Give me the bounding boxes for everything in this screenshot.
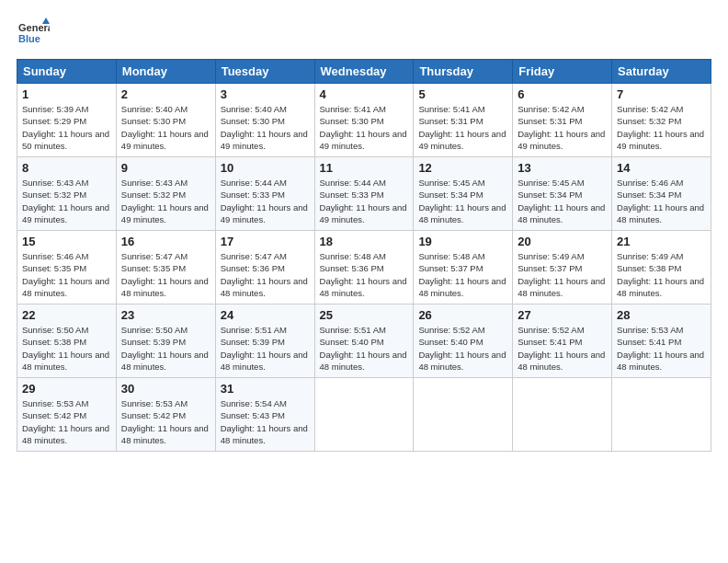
day-info: Sunrise: 5:40 AM Sunset: 5:30 PM Dayligh…	[121, 103, 210, 152]
day-number: 16	[121, 235, 210, 248]
header: General Blue	[17, 17, 711, 50]
calendar-cell: 13 Sunrise: 5:45 AM Sunset: 5:34 PM Dayl…	[513, 157, 612, 231]
svg-marker-2	[42, 17, 50, 24]
day-info: Sunrise: 5:43 AM Sunset: 5:32 PM Dayligh…	[121, 177, 210, 225]
calendar-cell: 6 Sunrise: 5:42 AM Sunset: 5:31 PM Dayli…	[513, 84, 612, 157]
day-number: 3	[221, 87, 310, 101]
calendar-cell	[414, 378, 513, 452]
day-info: Sunrise: 5:53 AM Sunset: 5:42 PM Dayligh…	[22, 397, 111, 446]
day-info: Sunrise: 5:52 AM Sunset: 5:40 PM Dayligh…	[418, 324, 507, 373]
day-number: 14	[617, 161, 706, 175]
calendar-cell	[513, 378, 612, 452]
day-number: 28	[617, 308, 706, 322]
calendar-cell: 23 Sunrise: 5:50 AM Sunset: 5:39 PM Dayl…	[116, 304, 215, 378]
calendar-cell: 8 Sunrise: 5:43 AM Sunset: 5:32 PM Dayli…	[17, 157, 117, 231]
day-number: 31	[221, 382, 310, 396]
calendar-cell: 3 Sunrise: 5:40 AM Sunset: 5:30 PM Dayli…	[215, 84, 314, 157]
calendar-cell: 11 Sunrise: 5:44 AM Sunset: 5:33 PM Dayl…	[314, 157, 414, 231]
day-number: 1	[22, 87, 111, 101]
day-info: Sunrise: 5:43 AM Sunset: 5:32 PM Dayligh…	[22, 177, 111, 225]
page: General Blue SundayMondayTuesdayWednesda…	[0, 0, 728, 563]
day-number: 13	[518, 161, 607, 175]
day-number: 21	[617, 235, 706, 248]
day-number: 6	[518, 87, 607, 101]
svg-text:Blue: Blue	[18, 33, 40, 44]
calendar-cell: 27 Sunrise: 5:52 AM Sunset: 5:41 PM Dayl…	[513, 304, 612, 378]
calendar-cell: 16 Sunrise: 5:47 AM Sunset: 5:35 PM Dayl…	[116, 231, 215, 304]
day-info: Sunrise: 5:41 AM Sunset: 5:30 PM Dayligh…	[320, 103, 409, 152]
logo-icon: General Blue	[17, 17, 50, 50]
calendar-cell: 15 Sunrise: 5:46 AM Sunset: 5:35 PM Dayl…	[17, 231, 117, 304]
day-number: 8	[22, 161, 111, 175]
calendar-table: SundayMondayTuesdayWednesdayThursdayFrid…	[17, 59, 711, 452]
calendar-cell: 7 Sunrise: 5:42 AM Sunset: 5:32 PM Dayli…	[612, 84, 711, 157]
day-info: Sunrise: 5:50 AM Sunset: 5:38 PM Dayligh…	[22, 324, 111, 373]
calendar-cell: 19 Sunrise: 5:48 AM Sunset: 5:37 PM Dayl…	[414, 231, 513, 304]
calendar-cell: 31 Sunrise: 5:54 AM Sunset: 5:43 PM Dayl…	[215, 378, 314, 452]
day-number: 23	[121, 308, 210, 322]
day-number: 10	[221, 161, 310, 175]
day-number: 25	[320, 308, 409, 322]
calendar-cell: 5 Sunrise: 5:41 AM Sunset: 5:31 PM Dayli…	[414, 84, 513, 157]
day-info: Sunrise: 5:53 AM Sunset: 5:42 PM Dayligh…	[121, 397, 210, 446]
day-number: 2	[121, 87, 210, 101]
day-number: 7	[617, 87, 706, 101]
weekday-header-tuesday: Tuesday	[215, 60, 314, 84]
calendar-cell: 30 Sunrise: 5:53 AM Sunset: 5:42 PM Dayl…	[116, 378, 215, 452]
day-info: Sunrise: 5:42 AM Sunset: 5:31 PM Dayligh…	[518, 103, 607, 152]
calendar-cell	[314, 378, 414, 452]
day-info: Sunrise: 5:47 AM Sunset: 5:36 PM Dayligh…	[221, 250, 310, 299]
calendar-cell: 22 Sunrise: 5:50 AM Sunset: 5:38 PM Dayl…	[17, 304, 117, 378]
day-number: 12	[418, 161, 507, 175]
calendar-cell: 28 Sunrise: 5:53 AM Sunset: 5:41 PM Dayl…	[612, 304, 711, 378]
calendar-cell: 21 Sunrise: 5:49 AM Sunset: 5:38 PM Dayl…	[612, 231, 711, 304]
day-number: 17	[221, 235, 310, 248]
day-info: Sunrise: 5:49 AM Sunset: 5:38 PM Dayligh…	[617, 250, 706, 299]
calendar-cell: 14 Sunrise: 5:46 AM Sunset: 5:34 PM Dayl…	[612, 157, 711, 231]
day-info: Sunrise: 5:46 AM Sunset: 5:34 PM Dayligh…	[617, 177, 706, 225]
weekday-header-sunday: Sunday	[17, 60, 117, 84]
day-info: Sunrise: 5:51 AM Sunset: 5:40 PM Dayligh…	[320, 324, 409, 373]
calendar-cell: 29 Sunrise: 5:53 AM Sunset: 5:42 PM Dayl…	[17, 378, 117, 452]
calendar-cell: 1 Sunrise: 5:39 AM Sunset: 5:29 PM Dayli…	[17, 84, 117, 157]
calendar-cell: 25 Sunrise: 5:51 AM Sunset: 5:40 PM Dayl…	[314, 304, 414, 378]
day-info: Sunrise: 5:49 AM Sunset: 5:37 PM Dayligh…	[518, 250, 607, 299]
day-number: 26	[418, 308, 507, 322]
calendar-cell: 9 Sunrise: 5:43 AM Sunset: 5:32 PM Dayli…	[116, 157, 215, 231]
day-info: Sunrise: 5:51 AM Sunset: 5:39 PM Dayligh…	[221, 324, 310, 373]
day-number: 4	[320, 87, 409, 101]
day-info: Sunrise: 5:53 AM Sunset: 5:41 PM Dayligh…	[617, 324, 706, 373]
calendar-cell	[612, 378, 711, 452]
day-number: 9	[121, 161, 210, 175]
weekday-header-monday: Monday	[116, 60, 215, 84]
day-info: Sunrise: 5:52 AM Sunset: 5:41 PM Dayligh…	[518, 324, 607, 373]
day-info: Sunrise: 5:44 AM Sunset: 5:33 PM Dayligh…	[320, 177, 409, 225]
weekday-header-thursday: Thursday	[414, 60, 513, 84]
day-info: Sunrise: 5:45 AM Sunset: 5:34 PM Dayligh…	[518, 177, 607, 225]
calendar-cell: 12 Sunrise: 5:45 AM Sunset: 5:34 PM Dayl…	[414, 157, 513, 231]
day-info: Sunrise: 5:39 AM Sunset: 5:29 PM Dayligh…	[22, 103, 111, 152]
day-number: 18	[320, 235, 409, 248]
calendar-cell: 2 Sunrise: 5:40 AM Sunset: 5:30 PM Dayli…	[116, 84, 215, 157]
day-number: 24	[221, 308, 310, 322]
logo: General Blue	[17, 17, 53, 50]
calendar-cell: 18 Sunrise: 5:48 AM Sunset: 5:36 PM Dayl…	[314, 231, 414, 304]
day-info: Sunrise: 5:50 AM Sunset: 5:39 PM Dayligh…	[121, 324, 210, 373]
day-number: 22	[22, 308, 111, 322]
calendar-cell: 4 Sunrise: 5:41 AM Sunset: 5:30 PM Dayli…	[314, 84, 414, 157]
day-info: Sunrise: 5:54 AM Sunset: 5:43 PM Dayligh…	[221, 397, 310, 446]
calendar-cell: 24 Sunrise: 5:51 AM Sunset: 5:39 PM Dayl…	[215, 304, 314, 378]
day-info: Sunrise: 5:41 AM Sunset: 5:31 PM Dayligh…	[418, 103, 507, 152]
calendar-cell: 20 Sunrise: 5:49 AM Sunset: 5:37 PM Dayl…	[513, 231, 612, 304]
day-number: 27	[518, 308, 607, 322]
day-info: Sunrise: 5:47 AM Sunset: 5:35 PM Dayligh…	[121, 250, 210, 299]
day-number: 20	[518, 235, 607, 248]
day-number: 19	[418, 235, 507, 248]
day-number: 30	[121, 382, 210, 396]
day-number: 5	[418, 87, 507, 101]
day-info: Sunrise: 5:44 AM Sunset: 5:33 PM Dayligh…	[221, 177, 310, 225]
day-number: 15	[22, 235, 111, 248]
weekday-header-wednesday: Wednesday	[314, 60, 414, 84]
weekday-header-friday: Friday	[513, 60, 612, 84]
day-info: Sunrise: 5:45 AM Sunset: 5:34 PM Dayligh…	[418, 177, 507, 225]
